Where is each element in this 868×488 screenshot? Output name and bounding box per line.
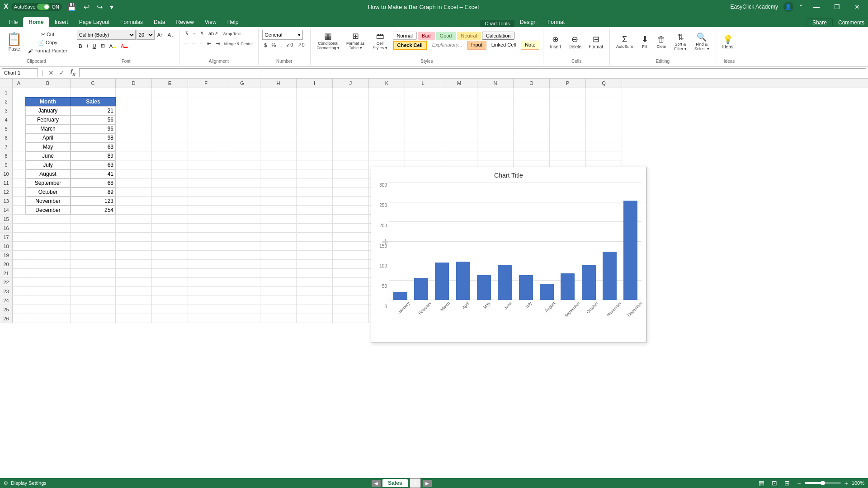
cell-empty[interactable] <box>260 115 297 124</box>
tab-file[interactable]: File <box>4 17 23 27</box>
cell-month[interactable]: May <box>25 142 71 151</box>
cell-empty[interactable] <box>297 197 333 206</box>
cell-empty[interactable] <box>13 215 25 224</box>
cell-month[interactable]: November <box>25 197 71 206</box>
cell-empty[interactable] <box>260 178 297 188</box>
cell-empty[interactable] <box>477 106 514 115</box>
cell-sales[interactable]: 21 <box>71 106 116 115</box>
cell-empty[interactable] <box>333 197 369 206</box>
cell-empty[interactable] <box>297 260 333 269</box>
cell-empty[interactable] <box>116 188 152 197</box>
cell-empty[interactable] <box>369 124 405 133</box>
cell-empty[interactable] <box>333 242 369 251</box>
cell-empty[interactable] <box>116 197 152 206</box>
comma-button[interactable]: , <box>278 42 283 49</box>
cell-empty[interactable] <box>25 305 71 314</box>
cell-empty[interactable] <box>224 269 260 278</box>
cell-month[interactable]: June <box>25 151 71 160</box>
cell-empty[interactable] <box>13 133 25 142</box>
cell-month-header[interactable]: Month <box>25 97 71 106</box>
cell-empty[interactable] <box>224 197 260 206</box>
cell-empty[interactable] <box>333 260 369 269</box>
cell-empty[interactable] <box>13 115 25 124</box>
cell-empty[interactable] <box>441 106 477 115</box>
cell-month[interactable]: August <box>25 169 71 178</box>
cell-empty[interactable] <box>13 197 25 206</box>
name-box[interactable] <box>2 68 38 77</box>
cell-empty[interactable] <box>297 88 333 97</box>
tab-page-layout[interactable]: Page Layout <box>74 17 115 27</box>
cell-empty[interactable] <box>297 124 333 133</box>
cell-empty[interactable] <box>224 115 260 124</box>
col-header-M[interactable]: M <box>441 79 477 88</box>
cell-empty[interactable] <box>25 88 71 97</box>
align-middle-button[interactable]: ≡ <box>191 30 198 38</box>
autosave-toggle[interactable]: AutoSave ON <box>11 3 62 11</box>
comments-button[interactable]: Comments <box>838 19 864 26</box>
cell-empty[interactable] <box>260 278 297 287</box>
underline-button[interactable]: U <box>91 42 98 50</box>
cell-empty[interactable] <box>13 206 25 215</box>
cell-empty[interactable] <box>224 160 260 169</box>
cell-empty[interactable] <box>152 97 188 106</box>
find-select-button[interactable]: 🔍 Find &Select ▾ <box>692 30 712 53</box>
cell-empty[interactable] <box>260 215 297 224</box>
cell-empty[interactable] <box>116 115 152 124</box>
cell-sales[interactable]: 89 <box>71 188 116 197</box>
cell-empty[interactable] <box>297 151 333 160</box>
cell-empty[interactable] <box>152 160 188 169</box>
cell-empty[interactable] <box>152 197 188 206</box>
cell-empty[interactable] <box>188 278 224 287</box>
cell-empty[interactable] <box>188 178 224 188</box>
increase-font-button[interactable]: A↑ <box>156 31 165 38</box>
cell-empty[interactable] <box>586 142 622 151</box>
page-break-view-button[interactable]: ⊞ <box>783 479 792 487</box>
bar[interactable] <box>393 292 407 300</box>
cell-empty[interactable] <box>188 115 224 124</box>
cell-empty[interactable] <box>260 160 297 169</box>
cell-empty[interactable] <box>333 88 369 97</box>
col-header-B[interactable]: B <box>25 79 71 88</box>
cell-empty[interactable] <box>13 287 25 296</box>
cell-empty[interactable] <box>25 251 71 260</box>
col-header-D[interactable]: D <box>116 79 152 88</box>
cell-empty[interactable] <box>152 124 188 133</box>
currency-button[interactable]: $ <box>262 42 269 49</box>
cell-month[interactable]: December <box>25 206 71 215</box>
cell-empty[interactable] <box>152 142 188 151</box>
cell-empty[interactable] <box>116 251 152 260</box>
cell-empty[interactable] <box>333 206 369 215</box>
row-number[interactable]: 19 <box>0 251 13 260</box>
font-name-selector[interactable]: Calibri (Body) <box>77 30 136 40</box>
cell-empty[interactable] <box>152 151 188 160</box>
tab-format[interactable]: Format <box>542 17 570 27</box>
row-number[interactable]: 22 <box>0 278 13 287</box>
cell-empty[interactable] <box>188 314 224 323</box>
cell-empty[interactable] <box>152 269 188 278</box>
cell-empty[interactable] <box>441 97 477 106</box>
decrease-font-button[interactable]: A↓ <box>166 31 175 38</box>
cell-empty[interactable] <box>71 242 116 251</box>
cell-empty[interactable] <box>333 269 369 278</box>
bold-button[interactable]: B <box>77 42 84 50</box>
chart-move-handle[interactable]: ✛ <box>382 237 389 247</box>
format-button[interactable]: ⊟ Format <box>586 30 606 53</box>
bar[interactable] <box>603 252 617 300</box>
cell-empty[interactable] <box>586 106 622 115</box>
cell-empty[interactable] <box>260 305 297 314</box>
zoom-out-button[interactable]: − <box>795 479 802 487</box>
row-number[interactable]: 8 <box>0 151 13 160</box>
style-input[interactable]: Input <box>467 41 486 50</box>
cell-empty[interactable] <box>260 97 297 106</box>
cell-empty[interactable] <box>116 287 152 296</box>
cell-empty[interactable] <box>224 224 260 233</box>
cell-sales[interactable]: 56 <box>71 115 116 124</box>
cell-empty[interactable] <box>514 151 550 160</box>
cell-empty[interactable] <box>116 260 152 269</box>
font-size-selector[interactable]: 20 <box>137 30 155 40</box>
save-button[interactable]: 💾 <box>65 3 79 11</box>
minimize-button[interactable]: — <box>809 2 824 11</box>
cell-empty[interactable] <box>586 97 622 106</box>
cell-empty[interactable] <box>116 142 152 151</box>
cell-empty[interactable] <box>13 233 25 242</box>
